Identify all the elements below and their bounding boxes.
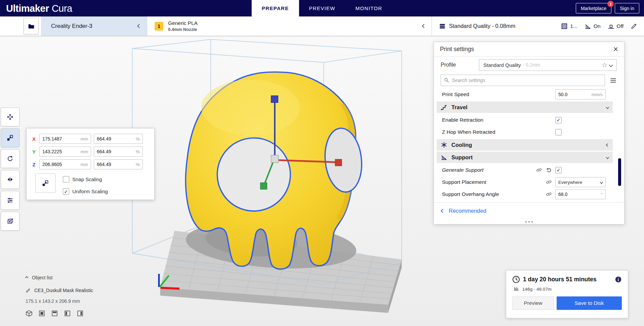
profile-label: Profile [441, 62, 456, 68]
panel-title: Print settings [440, 46, 474, 53]
mirror-icon [7, 176, 13, 183]
preview-button[interactable]: Preview [512, 296, 554, 310]
section-cooling[interactable]: Cooling [437, 139, 613, 151]
gizmo-y-handle[interactable] [260, 183, 267, 190]
object-list-toggle[interactable]: Object list [26, 275, 93, 280]
axis-x-label: X [31, 136, 37, 142]
model-dimensions: 175.1 x 143.2 x 206.9 mm [26, 298, 93, 304]
scale-z-percent-input[interactable]: % [94, 159, 143, 169]
scale-z-mm-input[interactable]: mm [39, 159, 91, 169]
print-settings-summary[interactable]: Standard Quality - 0.08mm 1... On Off [432, 16, 644, 36]
gizmo-z-handle[interactable] [271, 96, 278, 103]
section-support[interactable]: Support [437, 152, 613, 163]
rotate-tool-button[interactable] [1, 149, 19, 168]
infill-icon [561, 23, 568, 30]
gizmo-center-handle[interactable] [271, 155, 278, 163]
tab-monitor[interactable]: MONITOR [346, 0, 393, 16]
gizmo-x-handle[interactable] [335, 159, 342, 166]
printer-selector[interactable]: Creality Ender-3 [41, 16, 147, 36]
view-left-button[interactable] [64, 310, 71, 317]
pencil-icon [26, 288, 31, 293]
generate-support-checkbox[interactable] [555, 167, 562, 173]
setting-row-generate-support: Generate Support [434, 164, 624, 176]
camera-view-buttons [26, 310, 93, 317]
move-tool-button[interactable] [1, 108, 19, 126]
section-travel[interactable]: Travel [437, 101, 613, 113]
panel-resize-grip[interactable] [434, 219, 624, 224]
rotate-icon [7, 155, 13, 162]
support-overhang-angle-input[interactable]: ° [555, 189, 606, 199]
scale-icon [42, 180, 49, 187]
chevron-up-icon [25, 276, 29, 279]
profile-dropdown[interactable]: Standard Quality - 0.2mm ☆ [479, 59, 617, 71]
view-front-button[interactable] [38, 310, 45, 317]
link-icon[interactable] [546, 179, 552, 186]
favorite-star-icon[interactable]: ☆ [602, 61, 607, 69]
skull-left-eye-hole [217, 138, 290, 211]
signin-button[interactable]: Sign in [615, 3, 639, 13]
setting-row-z-hop: Z Hop When Retracted [434, 126, 624, 138]
chevron-down-icon [600, 180, 603, 184]
tab-preview[interactable]: PREVIEW [299, 0, 345, 16]
axis-z-label: Z [31, 162, 37, 167]
search-input[interactable] [452, 78, 602, 83]
per-model-settings-button[interactable] [1, 191, 19, 210]
support-blocker-button[interactable] [1, 212, 19, 231]
object-list-item[interactable]: CE3_Duskull Mask Realistic [26, 288, 93, 293]
scale-x-percent-input[interactable]: % [94, 134, 143, 144]
save-to-disk-button[interactable]: Save to Disk [557, 296, 622, 310]
settings-menu-icon[interactable] [610, 77, 617, 84]
configuration-bar: Creality Ender-3 1 Generic PLA 0.4mm Noz… [0, 16, 644, 36]
view-right-button[interactable] [77, 310, 84, 317]
header-actions: Marketplace 1 Sign in [576, 0, 639, 16]
material-selector[interactable]: 1 Generic PLA 0.4mm Nozzle [147, 16, 432, 36]
link-icon[interactable] [546, 191, 552, 198]
enable-retraction-checkbox[interactable] [555, 117, 562, 123]
travel-icon [441, 104, 447, 111]
marketplace-badge: 1 [607, 1, 614, 7]
chevron-left-icon [422, 24, 426, 28]
print-speed-input[interactable]: mm/s [555, 89, 606, 99]
chevron-left-icon [606, 143, 609, 147]
setting-row-support-placement: Support Placement Everywhere [434, 176, 624, 188]
mirror-tool-button[interactable] [1, 170, 19, 189]
recommended-mode-button[interactable]: Recommended [434, 202, 624, 219]
quality-layers-icon [439, 23, 446, 30]
undo-icon[interactable] [546, 167, 552, 173]
uniform-scaling-option[interactable]: Uniform Scaling [63, 188, 108, 195]
info-icon[interactable] [615, 276, 622, 283]
setting-row-print-speed: Print Speed mm/s [434, 88, 624, 100]
scale-icon [7, 134, 13, 141]
scale-reset-button[interactable] [35, 173, 55, 193]
view-top-button[interactable] [51, 310, 58, 317]
scale-y-percent-input[interactable]: % [94, 147, 143, 157]
support-placement-dropdown[interactable]: Everywhere [555, 177, 606, 187]
scale-y-mm-input[interactable]: mm [39, 147, 91, 157]
setting-row-enable-retraction: Enable Retraction [434, 114, 624, 126]
support-icon [585, 23, 591, 30]
scale-tool-button[interactable] [1, 128, 19, 147]
settings-list: Print Speed mm/s Travel Enable Retractio… [434, 88, 624, 202]
link-icon[interactable] [536, 167, 542, 173]
view-3d-button[interactable] [26, 310, 33, 317]
tab-prepare[interactable]: PREPARE [252, 0, 299, 16]
settings-scrollbar-thumb[interactable] [618, 158, 621, 186]
extruder-badge: 1 [155, 22, 163, 31]
uniform-scaling-checkbox[interactable] [63, 188, 69, 195]
close-icon[interactable]: × [613, 45, 618, 53]
settings-search-box[interactable] [441, 75, 605, 86]
open-file-button[interactable] [24, 18, 39, 34]
scale-x-mm-input[interactable]: mm [39, 134, 91, 144]
per-model-settings-icon [7, 197, 13, 204]
object-list: Object list CE3_Duskull Mask Realistic 1… [26, 275, 93, 317]
support-blocker-icon [7, 218, 13, 225]
z-hop-checkbox[interactable] [555, 129, 562, 135]
snap-scaling-checkbox[interactable] [63, 176, 69, 182]
nozzle-size: 0.4mm Nozzle [168, 27, 198, 32]
summary-values: 1... On Off [561, 23, 637, 30]
cooling-icon [441, 141, 447, 148]
edit-profile-pencil-icon[interactable] [631, 23, 637, 30]
snap-scaling-option[interactable]: Snap Scaling [63, 176, 102, 182]
marketplace-button[interactable]: Marketplace 1 [576, 3, 611, 13]
print-time-estimate: 1 day 20 hours 51 minutes [523, 276, 597, 283]
